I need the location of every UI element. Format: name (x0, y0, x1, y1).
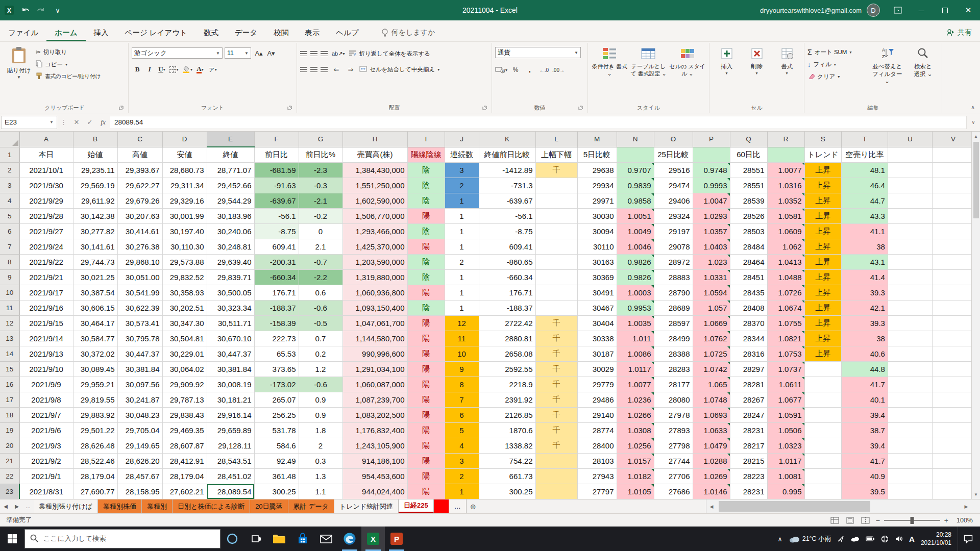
cell-T13[interactable]: 38 (841, 331, 888, 346)
cell-A8[interactable]: 2021/9/22 (19, 254, 73, 269)
cell-C13[interactable]: 30,795.78 (117, 331, 162, 346)
cell-U5[interactable] (888, 208, 932, 223)
taskbar-search-input[interactable]: ここに入力して検索 (24, 529, 220, 548)
cell-L19[interactable]: 千 (535, 422, 577, 438)
cell-T14[interactable]: 40.6 (841, 346, 888, 361)
percent-style-button[interactable]: % (509, 64, 522, 76)
cell-J22[interactable]: 2 (445, 468, 479, 484)
cell-L22[interactable] (535, 468, 577, 484)
cell-F8[interactable]: -200.31 (254, 254, 299, 269)
cell-R12[interactable]: 1.0755 (767, 315, 804, 331)
cell-P21[interactable]: 1.0288 (693, 453, 730, 468)
cell-J2[interactable]: 3 (445, 162, 479, 178)
cell-K19[interactable]: 1870.6 (479, 422, 535, 438)
cell-L3[interactable] (535, 178, 577, 193)
cell-F4[interactable]: -639.67 (254, 193, 299, 208)
cell-O20[interactable]: 27798 (654, 438, 693, 453)
cell-E11[interactable]: 30,323.34 (207, 300, 254, 315)
task-view-button[interactable] (244, 527, 267, 551)
cell-C11[interactable]: 30,622.39 (117, 300, 162, 315)
cell-Q12[interactable]: 28370 (730, 315, 767, 331)
cell-H5[interactable]: 1,506,770,000 (342, 208, 407, 223)
cell-A23[interactable]: 2021/8/31 (19, 484, 73, 499)
cell-G15[interactable]: 1.2 (299, 361, 342, 377)
italic-button[interactable]: I (144, 64, 155, 75)
cell-E18[interactable]: 29,916.14 (207, 407, 254, 422)
cell-C1[interactable]: 高値 (117, 147, 162, 162)
cell-A15[interactable]: 2021/9/10 (19, 361, 73, 377)
cell-D12[interactable]: 30,347.30 (162, 315, 207, 331)
store-button[interactable] (291, 527, 314, 551)
cell-T17[interactable]: 40.1 (841, 392, 888, 407)
cell-D10[interactable]: 30,358.93 (162, 285, 207, 300)
cell-S17[interactable] (804, 392, 841, 407)
delete-cells-button[interactable]: 削除 ▾ (743, 44, 771, 76)
cell-I19[interactable]: 陽 (407, 422, 445, 438)
cell-F23[interactable]: 300.25 (254, 484, 299, 499)
cell-B5[interactable]: 30,142.38 (73, 208, 117, 223)
col-header-Q[interactable]: Q (730, 132, 767, 147)
cell-F1[interactable]: 前日比 (254, 147, 299, 162)
row-header-16[interactable]: 16 (0, 377, 19, 392)
cell-A21[interactable]: 2021/9/2 (19, 453, 73, 468)
sheet-overflow-left[interactable]: … (22, 499, 34, 513)
cell-T7[interactable]: 38 (841, 239, 888, 254)
cell-M14[interactable]: 30187 (577, 346, 617, 361)
row-header-12[interactable]: 12 (0, 315, 19, 331)
cell-O15[interactable]: 28283 (654, 361, 693, 377)
cell-R23[interactable]: 0.995 (767, 484, 804, 499)
cell-I5[interactable]: 陽 (407, 208, 445, 223)
cell-M22[interactable]: 27943 (577, 468, 617, 484)
cell-T9[interactable]: 41.4 (841, 269, 888, 285)
row-header-21[interactable]: 21 (0, 453, 19, 468)
cell-Q4[interactable]: 28539 (730, 193, 767, 208)
cell-R15[interactable]: 1.0737 (767, 361, 804, 377)
powerpoint-button[interactable]: P (385, 527, 408, 551)
cell-A20[interactable]: 2021/9/3 (19, 438, 73, 453)
cell-R5[interactable]: 1.0581 (767, 208, 804, 223)
cancel-icon[interactable]: ✕ (70, 118, 83, 126)
cell-P8[interactable]: 1.023 (693, 254, 730, 269)
number-dialog-launcher[interactable] (578, 105, 584, 111)
cell-U6[interactable] (888, 223, 932, 239)
cell-C9[interactable]: 30,051.00 (117, 269, 162, 285)
align-left-icon[interactable] (300, 67, 307, 72)
cell-N3[interactable]: 0.9839 (617, 178, 654, 193)
cell-J16[interactable]: 8 (445, 377, 479, 392)
cell-P7[interactable]: 1.0403 (693, 239, 730, 254)
cell-N21[interactable]: 1.0157 (617, 453, 654, 468)
enter-icon[interactable]: ✓ (83, 118, 96, 126)
row-header-19[interactable]: 19 (0, 422, 19, 438)
avatar[interactable]: D (867, 4, 880, 17)
cell-O5[interactable]: 29324 (654, 208, 693, 223)
cell-G9[interactable]: -2.2 (299, 269, 342, 285)
scroll-down-icon[interactable]: ▼ (974, 490, 978, 499)
zoom-in-icon[interactable]: + (944, 516, 948, 524)
cell-D4[interactable]: 29,329.16 (162, 193, 207, 208)
align-right-icon[interactable] (321, 67, 328, 72)
cell-A2[interactable]: 2021/10/1 (19, 162, 73, 178)
cell-I15[interactable]: 陽 (407, 361, 445, 377)
cell-S10[interactable]: 上昇 (804, 285, 841, 300)
ribbon-display-options-button[interactable] (886, 0, 910, 20)
horizontal-scrollbar[interactable]: ◀ ▶ (706, 499, 971, 513)
cell-B8[interactable]: 29,744.73 (73, 254, 117, 269)
cell-I22[interactable]: 陽 (407, 468, 445, 484)
cell-E7[interactable]: 30,248.81 (207, 239, 254, 254)
col-header-L[interactable]: L (535, 132, 577, 147)
cell-K15[interactable]: 2592.55 (479, 361, 535, 377)
cell-S20[interactable] (804, 438, 841, 453)
cell-T2[interactable]: 48.1 (841, 162, 888, 178)
cell-A6[interactable]: 2021/9/27 (19, 223, 73, 239)
cell-V21[interactable] (932, 453, 974, 468)
cell-K13[interactable]: 2880.81 (479, 331, 535, 346)
cell-T16[interactable]: 41.7 (841, 377, 888, 392)
cell-D9[interactable]: 29,832.52 (162, 269, 207, 285)
cell-V3[interactable] (932, 178, 974, 193)
cell-G21[interactable]: 0.3 (299, 453, 342, 468)
cell-R20[interactable]: 1.0323 (767, 438, 804, 453)
cell-U7[interactable] (888, 239, 932, 254)
cell-E5[interactable]: 30,183.96 (207, 208, 254, 223)
cell-N4[interactable]: 0.9858 (617, 193, 654, 208)
cell-F15[interactable]: 373.65 (254, 361, 299, 377)
